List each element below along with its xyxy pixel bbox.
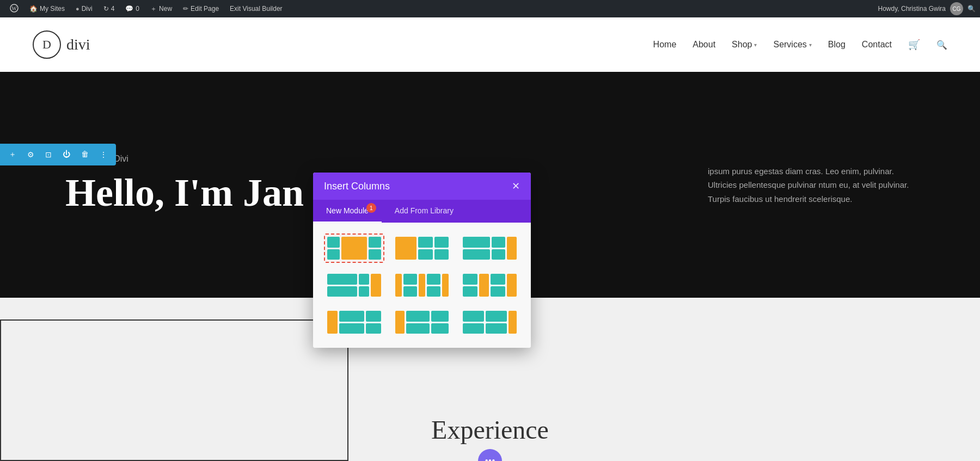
- delete-btn[interactable]: 🗑: [78, 148, 92, 161]
- site-header: D divi Home About Shop ▾ Services ▾ Blog…: [0, 17, 980, 72]
- experience-title: Experience: [431, 415, 549, 445]
- new-item[interactable]: ＋ New: [145, 0, 177, 17]
- layout-2col-large-orange-left[interactable]: [392, 308, 452, 337]
- wp-logo-item[interactable]: W: [4, 0, 24, 17]
- comments-count: 0: [136, 5, 139, 13]
- house-icon: 🏠: [29, 5, 38, 13]
- section-toolbar: ＋ ⚙ ⊡ ⏻ 🗑 ⋮: [0, 144, 116, 165]
- nav-home[interactable]: Home: [653, 40, 677, 50]
- modal-close-button[interactable]: ✕: [512, 180, 520, 192]
- plus-icon: ＋: [150, 4, 157, 14]
- nav-services[interactable]: Services ▾: [773, 40, 811, 50]
- admin-bar: W 🏠 My Sites ● Divi ↻ 4 💬 0 ＋ New ✏ Edit…: [0, 0, 980, 17]
- wp-icon: W: [10, 4, 19, 14]
- my-sites-label: My Sites: [40, 5, 65, 13]
- box-outline: [0, 319, 348, 461]
- new-label: New: [159, 5, 172, 13]
- modal-tabs: New Module 1 Add From Library: [313, 200, 531, 223]
- tab-add-from-library[interactable]: Add From Library: [382, 200, 467, 223]
- my-sites-item[interactable]: 🏠 My Sites: [24, 0, 70, 17]
- avatar: CG: [950, 2, 963, 15]
- logo-d: D: [42, 38, 51, 52]
- layout-left-tall-orange[interactable]: [324, 308, 384, 337]
- cart-icon[interactable]: 🛒: [908, 39, 920, 51]
- layout-center-double[interactable]: [460, 271, 520, 300]
- nav-blog[interactable]: Blog: [828, 40, 846, 50]
- layout-3col-right-accent[interactable]: [460, 233, 520, 263]
- edit-page-label: Edit Page: [191, 5, 219, 13]
- layout-btn[interactable]: ⊡: [42, 148, 55, 162]
- services-chevron-icon: ▾: [809, 42, 812, 48]
- modal-body: [313, 223, 531, 348]
- toggle-btn[interactable]: ⏻: [59, 148, 74, 161]
- site-logo[interactable]: D divi: [33, 30, 90, 59]
- updates-icon: ↻: [103, 5, 109, 13]
- divi-icon: ●: [76, 5, 79, 12]
- admin-bar-right: Howdy, Christina Gwira CG 🔍: [878, 2, 976, 15]
- comments-icon: 💬: [125, 5, 133, 13]
- svg-text:W: W: [11, 5, 17, 11]
- pencil-icon: ✏: [183, 5, 188, 13]
- logo-text: divi: [66, 36, 90, 53]
- exit-builder-item[interactable]: Exit Visual Builder: [224, 0, 288, 17]
- layout-3col-right-tall-orange[interactable]: [460, 308, 520, 337]
- more-btn[interactable]: ⋮: [96, 148, 111, 162]
- user-label: Howdy, Christina Gwira: [878, 5, 946, 13]
- edit-page-item[interactable]: ✏ Edit Page: [177, 0, 224, 17]
- shop-chevron-icon: ▾: [754, 42, 757, 48]
- layout-4col-large-center[interactable]: [324, 233, 384, 263]
- nav-shop[interactable]: Shop ▾: [732, 40, 757, 50]
- dots-button[interactable]: •••: [478, 449, 502, 461]
- divi-item[interactable]: ● Divi: [70, 0, 98, 17]
- hero-body-text: ipsum purus egestas diam cras. Leo enim,…: [708, 164, 915, 206]
- comments-item[interactable]: 💬 0: [120, 0, 145, 17]
- layout-3col-equal[interactable]: [392, 233, 452, 263]
- add-section-btn[interactable]: ＋: [5, 147, 20, 162]
- exit-builder-label: Exit Visual Builder: [230, 5, 283, 13]
- updates-item[interactable]: ↻ 4: [98, 0, 120, 17]
- site-nav: Home About Shop ▾ Services ▾ Blog Contac…: [653, 39, 947, 51]
- header-search-icon[interactable]: 🔍: [936, 40, 947, 50]
- nav-contact[interactable]: Contact: [862, 40, 892, 50]
- column-layout-grid: [324, 233, 520, 337]
- updates-count: 4: [111, 5, 115, 13]
- hero-title: Hello, I'm Jan: [65, 170, 304, 216]
- modal-header: Insert Columns ✕: [313, 173, 531, 200]
- logo-circle: D: [33, 30, 61, 59]
- tab-badge: 1: [366, 203, 376, 213]
- search-icon[interactable]: 🔍: [967, 5, 976, 13]
- add-from-library-tab-label: Add From Library: [395, 206, 454, 215]
- layout-mixed-mid[interactable]: [392, 271, 452, 300]
- nav-about[interactable]: About: [693, 40, 715, 50]
- new-module-tab-label: New Module: [326, 206, 369, 215]
- settings-btn[interactable]: ⚙: [24, 148, 38, 162]
- tab-new-module[interactable]: New Module 1: [313, 200, 382, 223]
- modal-title: Insert Columns: [324, 181, 390, 192]
- layout-2col-right-large[interactable]: [324, 271, 384, 300]
- divi-label: Divi: [82, 5, 93, 13]
- insert-columns-modal: Insert Columns ✕ New Module 1 Add From L…: [313, 173, 531, 348]
